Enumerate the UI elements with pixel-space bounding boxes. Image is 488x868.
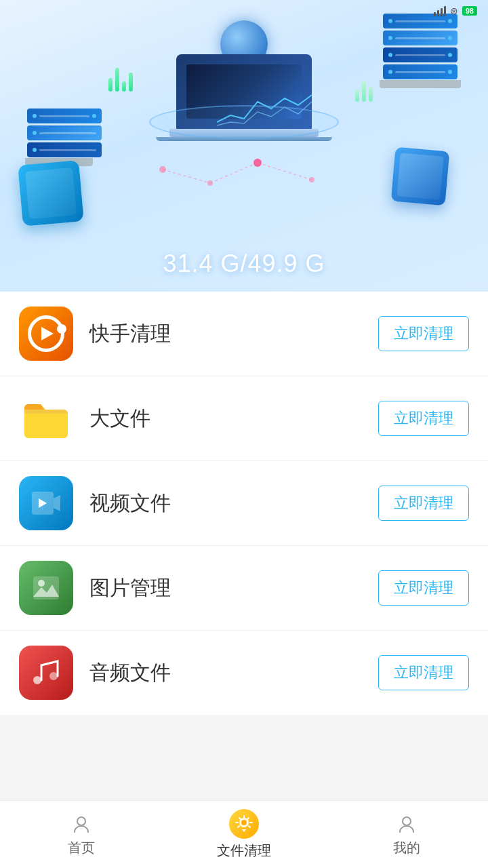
video-clean-button[interactable]: 立即清理 — [378, 486, 469, 521]
audio-icon — [19, 646, 73, 700]
file-clean-nav-label: 文件清理 — [217, 842, 271, 860]
server-stack-right — [383, 14, 461, 88]
list-item-video: 视频文件 立即清理 — [0, 461, 488, 546]
nav-item-mine[interactable]: 我的 — [325, 812, 488, 857]
svg-line-6 — [258, 163, 312, 180]
list-item-kuaishou: 快手清理 立即清理 — [0, 292, 488, 376]
hero-illustration — [0, 0, 488, 292]
content-list: 快手清理 立即清理 大文件 立即清理 视频文件 立即清理 — [0, 292, 488, 715]
audio-clean-button[interactable]: 立即清理 — [378, 655, 469, 690]
connector-svg — [108, 149, 380, 203]
svg-point-12 — [33, 676, 41, 684]
svg-point-14 — [77, 817, 85, 825]
signal-icon — [434, 5, 446, 16]
svg-point-13 — [49, 672, 58, 680]
data-bars-right — [355, 81, 373, 102]
svg-line-4 — [163, 170, 210, 183]
home-icon — [69, 812, 94, 836]
svg-point-10 — [38, 580, 45, 587]
large-file-clean-button[interactable]: 立即清理 — [378, 401, 469, 436]
svg-line-5 — [210, 163, 258, 183]
kuaishou-label: 快手清理 — [89, 320, 362, 348]
cube-left — [18, 160, 84, 226]
audio-label: 音频文件 — [89, 659, 362, 687]
wifi-icon: ⊛ — [450, 5, 458, 16]
list-item-large-file: 大文件 立即清理 — [0, 376, 488, 461]
list-item-image: 图片管理 立即清理 — [0, 546, 488, 631]
glow-ring — [149, 105, 339, 139]
data-bars-left — [108, 68, 133, 92]
storage-text: 31.4 G/49.9 G — [163, 250, 325, 278]
svg-point-17 — [403, 817, 411, 825]
bottom-nav: 首页 文件清理 我的 — [0, 800, 488, 868]
large-file-label: 大文件 — [89, 405, 362, 433]
image-clean-button[interactable]: 立即清理 — [378, 570, 469, 606]
nav-item-file-clean[interactable]: 文件清理 — [163, 809, 325, 860]
server-stack-left — [27, 108, 102, 166]
video-icon — [19, 476, 73, 530]
kuaishou-icon — [19, 307, 73, 361]
mine-nav-label: 我的 — [393, 839, 420, 857]
cube-right — [391, 147, 450, 206]
image-label: 图片管理 — [89, 574, 362, 602]
home-nav-label: 首页 — [68, 839, 95, 857]
kuaishou-clean-button[interactable]: 立即清理 — [378, 316, 469, 351]
svg-point-16 — [241, 820, 247, 825]
battery-indicator: 98 — [462, 6, 477, 16]
hero-section: 31.4 G/49.9 G — [0, 0, 488, 292]
file-clean-active-icon — [229, 809, 259, 839]
image-icon — [19, 561, 73, 615]
video-label: 视频文件 — [89, 490, 362, 517]
nav-item-home[interactable]: 首页 — [0, 812, 163, 857]
list-item-audio: 音频文件 立即清理 — [0, 631, 488, 715]
status-bar: ⊛ 98 — [434, 5, 477, 16]
folder-icon — [19, 391, 73, 446]
mine-icon — [394, 812, 419, 836]
